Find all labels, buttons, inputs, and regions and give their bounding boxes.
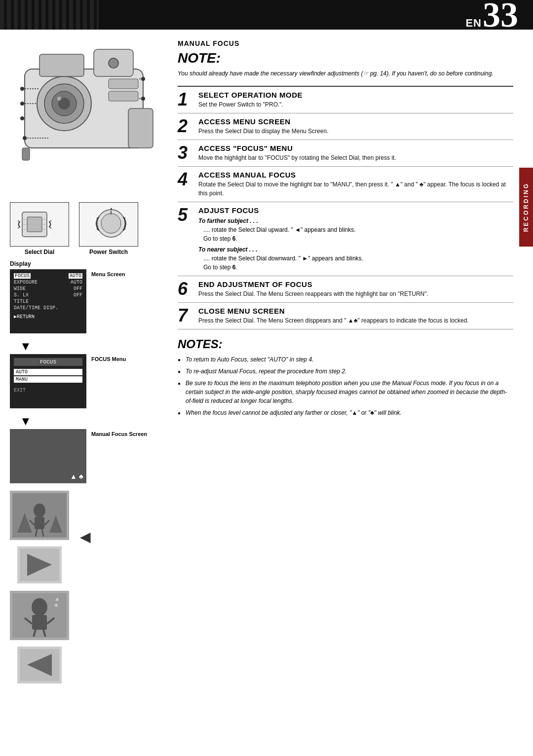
screen-row-focus: FOCUS AUTO MANU EXIT FOCUS Menu xyxy=(10,354,160,408)
step-5-farther-desc: .... rotate the Select Dial upward. " ◄"… xyxy=(203,225,513,234)
svg-point-32 xyxy=(101,214,121,233)
manual-focus-screen-label: Manual Focus Screen xyxy=(91,429,147,437)
note-box: NOTE: You should already have made the n… xyxy=(178,50,513,78)
svg-rect-47 xyxy=(32,615,47,630)
step-4-desc: Rotate the Select Dial to move the highl… xyxy=(198,180,513,198)
note-text: You should already have made the necessa… xyxy=(178,69,513,78)
step-4-title: ACCESS MANUAL FOCUS xyxy=(198,171,513,179)
camera-illustration xyxy=(10,39,158,197)
bottom-img-small-2 xyxy=(17,647,62,684)
step-5-number: 5 xyxy=(178,206,193,224)
bottom-images: ◄ ▲ ♣ xyxy=(10,491,160,684)
svg-text:▲: ▲ xyxy=(54,595,60,602)
bottom-img-1 xyxy=(10,491,69,540)
svg-rect-25 xyxy=(22,148,30,160)
svg-rect-6 xyxy=(39,54,84,76)
step-4-content: ACCESS MANUAL FOCUS Rotate the Select Di… xyxy=(198,171,513,198)
svg-rect-10 xyxy=(109,91,138,101)
select-dial-diagram xyxy=(10,202,69,247)
power-switch-diagram: ▲ xyxy=(79,202,138,247)
section-title: MANUAL FOCUS xyxy=(178,39,513,47)
en-label: EN xyxy=(465,17,482,30)
step-1: 1 SELECT OPERATION MODE Set the Power Sw… xyxy=(178,87,513,113)
step-5: 5 ADJUST FOCUS To farther subject . . . … xyxy=(178,202,513,276)
step-4: 4 ACCESS MANUAL FOCUS Rotate the Select … xyxy=(178,167,513,202)
step-6-title: END ADJUSTMENT OF FOCUS xyxy=(198,280,513,288)
power-switch-item: ▲ Power Switch xyxy=(79,202,138,255)
header-bar: EN 33 xyxy=(0,0,533,30)
svg-point-13 xyxy=(20,116,24,120)
arrow-right-large: ◄ xyxy=(76,527,94,547)
recording-label: RECORDING xyxy=(523,182,530,232)
step-1-number: 1 xyxy=(178,91,193,108)
display-label: Display xyxy=(10,260,160,267)
page-number: 33 xyxy=(483,0,518,33)
steps-container: 1 SELECT OPERATION MODE Set the Power Sw… xyxy=(178,86,513,329)
step-3-content: ACCESS "FOCUS" MENU Move the highlight b… xyxy=(198,144,513,162)
bottom-img-2: ▲ ♣ xyxy=(10,591,69,640)
step-2-title: ACCESS MENU SCREEN xyxy=(198,117,513,126)
menu-screen-label: Menu Screen xyxy=(91,269,125,277)
step-3-title: ACCESS "FOCUS" MENU xyxy=(198,144,513,152)
svg-text:♣: ♣ xyxy=(54,602,58,609)
menu-screen-box: FOCUS AUTO EXPOSURE AUTO WIDE OFF S. LX … xyxy=(10,269,86,333)
step-6-desc: Press the Select Dial. The Menu Screen r… xyxy=(198,289,513,298)
main-content: Select Dial ▲ xyxy=(0,30,533,693)
step-2-number: 2 xyxy=(178,117,193,135)
step-1-content: SELECT OPERATION MODE Set the Power Swit… xyxy=(198,91,513,109)
step-1-desc: Set the Power Switch to "PRO.". xyxy=(198,100,513,109)
small-diagrams: Select Dial ▲ xyxy=(10,202,160,255)
step-2-content: ACCESS MENU SCREEN Press the Select Dial… xyxy=(198,117,513,136)
focus-menu-label: FOCUS Menu xyxy=(91,354,126,362)
note-item-2: To re-adjust Manual Focus, repeat the pr… xyxy=(178,367,513,376)
step-5-farther-label: To farther subject . . . xyxy=(198,217,513,224)
step-2: 2 ACCESS MENU SCREEN Press the Select Di… xyxy=(178,113,513,140)
step-3-number: 3 xyxy=(178,144,193,162)
step-7: 7 CLOSE MENU SCREEN Press the Select Dia… xyxy=(178,303,513,329)
step-7-content: CLOSE MENU SCREEN Press the Select Dial.… xyxy=(198,307,513,325)
step-5-farther-go: Go to step 6. xyxy=(203,234,513,243)
arrow-down-2: ▼ xyxy=(20,414,160,428)
step-7-title: CLOSE MENU SCREEN xyxy=(198,307,513,315)
focus-menu-box: FOCUS AUTO MANU EXIT xyxy=(10,354,86,408)
step-6-number: 6 xyxy=(178,280,193,298)
right-column: MANUAL FOCUS NOTE: You should already ha… xyxy=(168,30,533,693)
select-dial-label: Select Dial xyxy=(25,249,55,255)
recording-tab: RECORDING xyxy=(519,168,533,247)
step-5-nearer-desc: .... rotate the Select Dial downward. " … xyxy=(203,254,513,263)
screen-row-manual: ▲ ♣ Manual Focus Screen xyxy=(10,429,160,483)
notes-list: To return to Auto Focus, select "AUTO" i… xyxy=(178,355,513,417)
svg-point-36 xyxy=(34,504,45,517)
mf-icons: ▲ ♣ xyxy=(70,472,83,480)
step-3: 3 ACCESS "FOCUS" MENU Move the highlight… xyxy=(178,140,513,167)
note-item-1: To return to Auto Focus, select "AUTO" i… xyxy=(178,355,513,364)
svg-text:▲: ▲ xyxy=(110,207,113,210)
svg-rect-9 xyxy=(109,79,138,89)
step-1-title: SELECT OPERATION MODE xyxy=(198,91,513,99)
step-4-number: 4 xyxy=(178,171,193,188)
notes-section: NOTES: To return to Auto Focus, select "… xyxy=(178,337,513,417)
svg-point-5 xyxy=(57,97,61,101)
svg-rect-24 xyxy=(128,108,153,148)
step-5-content: ADJUST FOCUS To farther subject . . . ..… xyxy=(198,206,513,272)
step-3-desc: Move the highlight bar to "FOCUS" by rot… xyxy=(198,153,513,162)
left-column: Select Dial ▲ xyxy=(0,30,168,693)
note-heading: NOTE: xyxy=(178,50,513,66)
bottom-img-small-1 xyxy=(17,546,62,583)
svg-point-46 xyxy=(32,598,47,616)
screen-row-menu: FOCUS AUTO EXPOSURE AUTO WIDE OFF S. LX … xyxy=(10,269,160,333)
header-stripes xyxy=(0,0,99,30)
step-2-desc: Press the Select Dial to display the Men… xyxy=(198,127,513,136)
return-item: ▶RETURN xyxy=(14,314,82,320)
step-5-nearer-label: To nearer subject . . . xyxy=(198,246,513,253)
step-7-number: 7 xyxy=(178,307,193,324)
step-5-title: ADJUST FOCUS xyxy=(198,206,513,215)
svg-point-8 xyxy=(109,58,118,68)
step-7-desc: Press the Select Dial. The Menu Screen d… xyxy=(198,316,513,325)
select-dial-item: Select Dial xyxy=(10,202,69,255)
note-item-3: Be sure to focus the lens in the maximum… xyxy=(178,379,513,405)
step-5-nearer-go: Go to step 6. xyxy=(203,263,513,272)
power-switch-label: Power Switch xyxy=(89,249,128,255)
step-6-content: END ADJUSTMENT OF FOCUS Press the Select… xyxy=(198,280,513,298)
step-6: 6 END ADJUSTMENT OF FOCUS Press the Sele… xyxy=(178,276,513,303)
